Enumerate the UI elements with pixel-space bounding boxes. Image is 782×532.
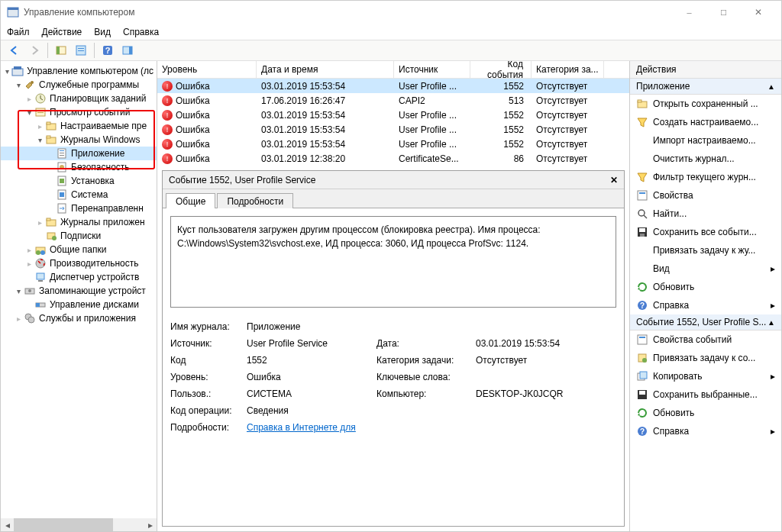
- action-icon: [636, 98, 648, 110]
- tree-windows-logs[interactable]: ▾Журналы Windows: [1, 133, 157, 147]
- action-item[interactable]: Открыть сохраненный ...: [630, 95, 781, 113]
- event-row[interactable]: !Ошибка03.01.2019 15:53:54User Profile .…: [157, 122, 629, 137]
- online-help-link[interactable]: Справка в Интернете для: [247, 422, 376, 433]
- svg-rect-16: [37, 110, 44, 111]
- action-item[interactable]: Фильтр текущего журн...: [630, 168, 781, 186]
- action-item[interactable]: Импорт настраиваемо...: [630, 131, 781, 150]
- action-item[interactable]: Создать настраиваемо...: [630, 113, 781, 131]
- event-row[interactable]: !Ошибка03.01.2019 15:53:54User Profile .…: [157, 137, 629, 151]
- svg-rect-11: [12, 69, 23, 76]
- tree-security[interactable]: Безопасность: [1, 160, 157, 174]
- action-item[interactable]: Обновить: [630, 278, 781, 296]
- action-item[interactable]: ?Справка▸: [630, 296, 781, 314]
- tree-setup[interactable]: Установка: [1, 174, 157, 188]
- tree-device-manager[interactable]: Диспетчер устройств: [1, 270, 157, 284]
- toolbar: ?: [1, 40, 781, 61]
- tree-disk-mgmt[interactable]: Управление дисками: [1, 298, 157, 311]
- tree-performance[interactable]: ▸Производительность: [1, 256, 157, 270]
- action-item[interactable]: Вид▸: [630, 260, 781, 278]
- forward-button[interactable]: [25, 41, 44, 60]
- event-row[interactable]: !Ошибка17.06.2019 16:26:47CAPI2513Отсутс…: [157, 93, 629, 108]
- action-icon: [636, 116, 648, 128]
- error-icon: !: [162, 81, 173, 92]
- tree-scheduler[interactable]: ▸Планировщик заданий: [1, 92, 157, 105]
- actions-header: Действия: [630, 61, 781, 79]
- menu-view[interactable]: Вид: [94, 27, 111, 37]
- action-icon: [636, 370, 648, 382]
- menu-action[interactable]: Действие: [42, 27, 82, 37]
- action-item[interactable]: Сохранить все событи...: [630, 223, 781, 241]
- tree-forwarded[interactable]: Перенаправленн: [1, 202, 157, 215]
- svg-rect-65: [640, 372, 647, 379]
- tree-app-logs[interactable]: ▸Журналы приложен: [1, 215, 157, 229]
- col-date[interactable]: Дата и время: [257, 61, 394, 78]
- scroll-left-icon[interactable]: ◂: [1, 518, 14, 531]
- svg-point-54: [638, 210, 645, 216]
- svg-rect-19: [47, 122, 50, 124]
- minimize-button[interactable]: –: [672, 1, 706, 24]
- action-item[interactable]: Привязать задачу к со...: [630, 349, 781, 367]
- detail-close-button[interactable]: ✕: [610, 175, 618, 185]
- menu-help[interactable]: Справка: [123, 27, 159, 37]
- action-item[interactable]: Привязать задачу к жу...: [630, 241, 781, 260]
- svg-rect-12: [14, 66, 21, 69]
- tree-application[interactable]: Приложение: [1, 147, 157, 160]
- maximize-button[interactable]: □: [706, 1, 741, 24]
- svg-rect-43: [38, 280, 43, 282]
- actions-section-app[interactable]: Приложение ▲: [630, 79, 781, 95]
- tree-scrollbar[interactable]: ◂ ▸: [1, 518, 157, 531]
- scroll-thumb[interactable]: [14, 518, 113, 531]
- properties-button[interactable]: [72, 41, 90, 60]
- back-button[interactable]: [5, 41, 24, 60]
- svg-rect-1: [8, 8, 18, 10]
- tree-event-viewer[interactable]: ▾Просмотр событий: [1, 105, 157, 119]
- action-icon: [636, 334, 648, 346]
- action-item[interactable]: Сохранить выбранные...: [630, 385, 781, 404]
- event-row[interactable]: !Ошибка03.01.2019 12:38:20CertificateSe.…: [157, 151, 629, 166]
- col-event-id[interactable]: Код события: [470, 61, 532, 78]
- help-button[interactable]: ?: [99, 41, 117, 60]
- svg-point-39: [40, 250, 45, 255]
- scroll-right-icon[interactable]: ▸: [144, 518, 157, 531]
- tree-custom-views[interactable]: ▸Настраиваемые пре: [1, 119, 157, 133]
- tab-general[interactable]: Общие: [166, 193, 215, 208]
- svg-rect-6: [78, 50, 84, 51]
- action-item[interactable]: Обновить: [630, 404, 781, 422]
- col-category[interactable]: Категория за...: [532, 61, 604, 78]
- collapse-icon[interactable]: ▲: [767, 82, 775, 91]
- close-button[interactable]: ✕: [741, 1, 775, 24]
- action-icon: [636, 189, 648, 202]
- action-item[interactable]: Очистить журнал...: [630, 150, 781, 168]
- tree-storage[interactable]: ▾Запоминающие устройст: [1, 284, 157, 298]
- tab-details[interactable]: Подробности: [217, 193, 293, 208]
- tree-tools[interactable]: ▾Служебные программы: [1, 78, 157, 92]
- action-item[interactable]: Свойства событий: [630, 330, 781, 349]
- tree-pane: ▾Управление компьютером (лс ▾Служебные п…: [1, 61, 157, 531]
- svg-text:?: ?: [105, 46, 111, 55]
- action-item[interactable]: Копировать▸: [630, 367, 781, 385]
- svg-point-38: [36, 250, 40, 255]
- action-icon: [636, 208, 648, 220]
- show-hide-tree-button[interactable]: [52, 41, 70, 60]
- menu-file[interactable]: Файл: [7, 27, 30, 37]
- tree-subscriptions[interactable]: Подписки: [1, 229, 157, 243]
- svg-rect-10: [129, 47, 132, 54]
- svg-rect-61: [639, 337, 645, 338]
- tree-system[interactable]: Система: [1, 188, 157, 202]
- action-item[interactable]: ?Справка▸: [630, 422, 781, 440]
- action-icon: [636, 134, 648, 147]
- event-row[interactable]: !Ошибка03.01.2019 15:53:54User Profile .…: [157, 79, 629, 93]
- action-item[interactable]: Свойства: [630, 186, 781, 205]
- tree-root[interactable]: ▾Управление компьютером (лс: [1, 64, 157, 78]
- col-source[interactable]: Источник: [394, 61, 470, 78]
- collapse-icon[interactable]: ▲: [767, 318, 775, 327]
- svg-rect-57: [640, 234, 645, 237]
- tree-shared-folders[interactable]: ▸Общие папки: [1, 243, 157, 256]
- action-pane-button[interactable]: [118, 41, 137, 60]
- actions-section-event[interactable]: Событие 1552, User Profile S... ▲: [630, 314, 781, 330]
- col-level[interactable]: Уровень: [157, 61, 257, 78]
- tree-services[interactable]: ▸Службы и приложения: [1, 311, 157, 325]
- event-row[interactable]: !Ошибка03.01.2019 15:53:54User Profile .…: [157, 108, 629, 122]
- action-item[interactable]: Найти...: [630, 205, 781, 223]
- svg-text:?: ?: [640, 301, 645, 310]
